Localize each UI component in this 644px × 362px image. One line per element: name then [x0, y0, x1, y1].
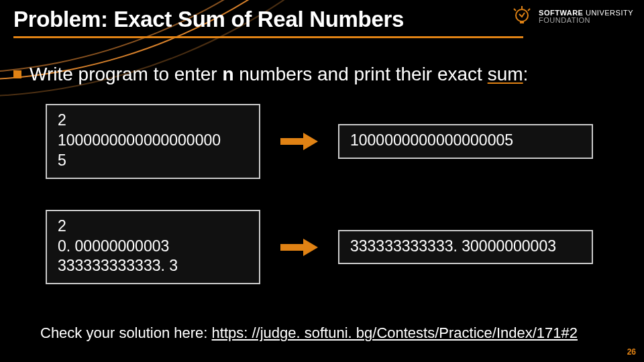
- example-output: 1000000000000000005: [338, 124, 593, 159]
- brand-line2: FOUNDATION: [539, 17, 633, 24]
- bullet-icon: [13, 70, 21, 78]
- svg-line-3: [528, 9, 530, 11]
- example-row: 2 0. 00000000003 333333333333. 3 3333333…: [46, 210, 631, 285]
- brand-text: SOFTWARE UNIVERSITY FOUNDATION: [539, 9, 633, 24]
- slide-body: Write program to enter n numbers and pri…: [13, 64, 631, 284]
- bullet-text: Write program to enter n numbers and pri…: [30, 64, 528, 85]
- svg-marker-5: [303, 133, 318, 150]
- svg-line-2: [514, 9, 516, 11]
- check-solution-link[interactable]: https: //judge. softuni. bg/Contests/Pra…: [212, 324, 578, 341]
- arrow-right-icon: [279, 237, 319, 257]
- example-output: 333333333333. 30000000003: [338, 230, 593, 265]
- lightbulb-icon: [511, 5, 533, 28]
- example-input: 2 1000000000000000000 5: [46, 104, 260, 179]
- svg-marker-7: [303, 239, 318, 256]
- title-area: Problem: Exact Sum of Real Numbers: [13, 7, 523, 38]
- example-input: 2 0. 00000000003 333333333333. 3: [46, 210, 260, 285]
- arrow-right-icon: [279, 131, 319, 152]
- example-row: 2 1000000000000000000 5 1000000000000000…: [46, 104, 631, 179]
- svg-rect-4: [280, 138, 303, 145]
- examples: 2 1000000000000000000 5 1000000000000000…: [46, 104, 631, 284]
- page-number: 26: [627, 347, 636, 357]
- bullet-item: Write program to enter n numbers and pri…: [13, 64, 631, 85]
- slide-title: Problem: Exact Sum of Real Numbers: [13, 7, 523, 32]
- title-underline: [13, 36, 523, 38]
- svg-rect-6: [280, 244, 303, 251]
- check-solution-line: Check your solution here: https: //judge…: [40, 324, 578, 342]
- check-prefix: Check your solution here:: [40, 324, 212, 341]
- svg-point-0: [516, 9, 528, 21]
- brand-logo: SOFTWARE UNIVERSITY FOUNDATION: [511, 5, 633, 28]
